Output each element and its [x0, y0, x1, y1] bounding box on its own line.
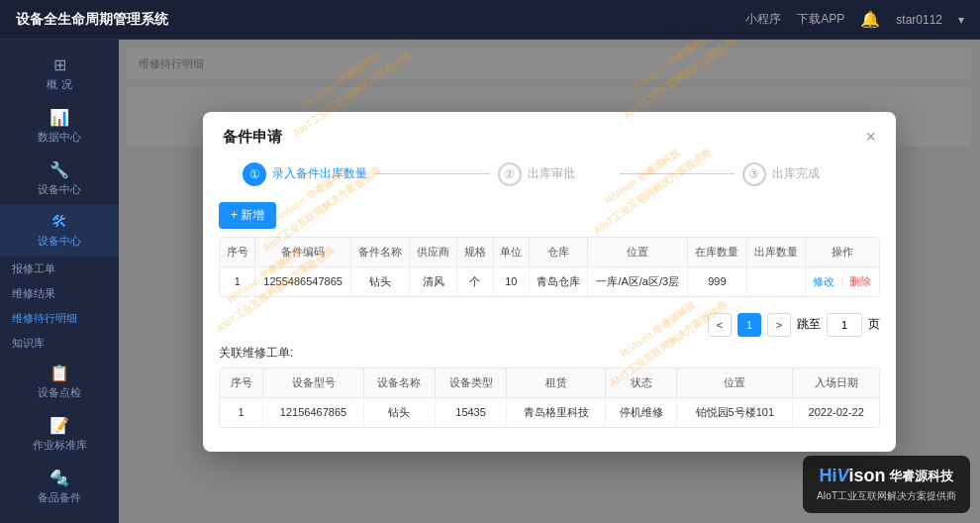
step-2-circle: ② [498, 162, 522, 186]
th2-entry-date: 入场日期 [793, 368, 879, 398]
sidebar-item-overview[interactable]: ⊞ 概 况 [0, 48, 119, 100]
table2-header-row: 序号 设备型号 设备名称 设备类型 租赁 状态 位置 入场日期 [220, 368, 879, 398]
td-actions: 修改 | 删除 [805, 266, 879, 296]
main-layout: ⊞ 概 况 📊 数据中心 🔧 设备中心 🛠 设备中心 报修工单 维修结果 维修待… [0, 40, 980, 523]
td2-index: 1 [220, 397, 263, 427]
th-unit: 单位 [493, 238, 529, 267]
sidebar: ⊞ 概 况 📊 数据中心 🔧 设备中心 🛠 设备中心 报修工单 维修结果 维修待… [0, 40, 119, 523]
table-row: 1 1255486547865 钻头 清风 个 10 青岛仓库 一库/A区/a区… [220, 266, 879, 296]
edit-action[interactable]: 修改 [813, 275, 834, 287]
sidebar-sub-maintenance-pending[interactable]: 维修待行明细 [0, 306, 119, 331]
prev-page-button[interactable]: < [708, 313, 732, 337]
sidebar-item-equipment-status[interactable]: 📋 设备点检 [0, 356, 119, 408]
step-3-label: 出库完成 [772, 165, 820, 182]
mini-program-link[interactable]: 小程序 [745, 11, 781, 28]
spare-parts-icon: 🔩 [49, 469, 69, 487]
modal-body: + 新增 序号 备件编码 备件名称 供应商 规格 [203, 202, 896, 452]
th-spec: 规格 [457, 238, 493, 267]
brand-watermark: HiVison 华睿源科技 AIoT工业互联网解决方案提供商 [803, 456, 970, 513]
th-action: 操作 [805, 238, 879, 267]
sidebar-item-equipment[interactable]: 🔧 设备中心 [0, 153, 119, 205]
page-jump-input[interactable] [827, 313, 862, 337]
modal-header: 备件申请 × [203, 112, 896, 147]
sidebar-sub-repair-work[interactable]: 报修工单 [0, 257, 119, 281]
step-3-circle: ③ [742, 162, 766, 186]
add-new-button[interactable]: + 新增 [219, 202, 276, 229]
sidebar-label-equipment: 设备中心 [38, 182, 81, 197]
step-line-1 [375, 173, 490, 174]
td-name: 钻头 [350, 266, 409, 296]
th2-name: 设备名称 [363, 368, 435, 398]
current-page-button[interactable]: 1 [737, 313, 761, 337]
brand-hi: Hi [819, 466, 836, 485]
brand-logo-text: HiVison [819, 466, 885, 486]
td2-name: 钻头 [363, 397, 435, 427]
page-unit-label: 页 [868, 316, 880, 333]
modal-dialog: 备件申请 × ① 录入备件出库数量 ② 出库审批 [203, 112, 896, 452]
status-icon: 📋 [49, 364, 69, 382]
next-page-button[interactable]: > [767, 313, 791, 337]
brand-tagline: AIoT工业互联网解决方案提供商 [817, 489, 956, 503]
th-index: 序号 [220, 238, 255, 267]
th-position: 位置 [588, 238, 688, 267]
modal-close-button[interactable]: × [865, 128, 876, 146]
sidebar-sub-repair-result[interactable]: 维修结果 [0, 281, 119, 306]
app-title: 设备全生命周期管理系统 [16, 11, 168, 29]
sidebar-item-repair[interactable]: 🛠 设备中心 [0, 205, 119, 257]
delete-action[interactable]: 删除 [849, 275, 871, 287]
sidebar-item-spare-parts[interactable]: 🔩 备品备件 [0, 461, 119, 513]
td-out-stock [746, 266, 805, 296]
user-dropdown-icon[interactable]: ▾ [958, 13, 964, 27]
sidebar-item-supplier[interactable]: 🏭 供应商管理 [0, 513, 119, 523]
step-3: ③ 出库完成 [742, 162, 857, 186]
repair-workorder-table-wrapper: 序号 设备型号 设备名称 设备类型 租赁 状态 位置 入场日期 [219, 367, 880, 428]
steps-indicator: ① 录入备件出库数量 ② 出库审批 ③ 出库完成 [203, 147, 896, 202]
notification-bell-icon[interactable]: 🔔 [860, 10, 880, 29]
user-account[interactable]: star0112 [896, 13, 942, 27]
sidebar-label-status: 设备点检 [38, 385, 81, 400]
step-1-circle: ① [243, 162, 266, 186]
th2-index: 序号 [220, 368, 263, 398]
td-index: 1 [220, 266, 255, 296]
th-in-stock: 在库数量 [688, 238, 746, 267]
th2-position: 位置 [677, 368, 793, 398]
sidebar-label-spare-parts: 备品备件 [38, 490, 81, 505]
td-spec: 个 [457, 266, 493, 296]
td-in-stock: 999 [688, 266, 746, 296]
standard-icon: 📝 [49, 416, 69, 435]
td2-type: 15435 [435, 397, 506, 427]
td2-model: 12156467865 [263, 397, 364, 427]
spare-parts-table: 序号 备件编码 备件名称 供应商 规格 单位 仓库 位置 在库数量 出库数量 [220, 238, 879, 296]
spare-parts-table-wrapper: 序号 备件编码 备件名称 供应商 规格 单位 仓库 位置 在库数量 出库数量 [219, 237, 880, 297]
td2-lease: 青岛格里科技 [507, 397, 606, 427]
table1-pagination: < 1 > 跳至 页 [219, 309, 880, 345]
action-divider: | [841, 275, 844, 287]
brand-ision: ison [848, 466, 885, 485]
section2-title: 关联维修工单: [219, 345, 880, 362]
td2-status: 停机维修 [606, 397, 677, 427]
sidebar-label-repair: 设备中心 [38, 234, 81, 249]
sidebar-label-data-center: 数据中心 [38, 130, 81, 145]
th2-type: 设备类型 [435, 368, 506, 398]
table1-header-row: 序号 备件编码 备件名称 供应商 规格 单位 仓库 位置 在库数量 出库数量 [220, 238, 879, 267]
th-supplier: 供应商 [410, 238, 457, 267]
download-app-link[interactable]: 下载APP [797, 11, 844, 28]
sidebar-item-data-center[interactable]: 📊 数据中心 [0, 100, 119, 153]
app-header: 设备全生命周期管理系统 小程序 下载APP 🔔 star0112 ▾ [0, 0, 980, 40]
sidebar-item-work-standard[interactable]: 📝 作业标准库 [0, 408, 119, 461]
sidebar-label-overview: 概 况 [47, 77, 71, 92]
th2-status: 状态 [606, 368, 677, 398]
sidebar-sub-knowledge[interactable]: 知识库 [0, 331, 119, 356]
modal-overlay: 备件申请 × ① 录入备件出库数量 ② 出库审批 [119, 40, 980, 523]
td-supplier: 清风 [410, 266, 457, 296]
header-right: 小程序 下载APP 🔔 star0112 ▾ [745, 10, 964, 29]
th-name: 备件名称 [350, 238, 409, 267]
equipment-icon: 🔧 [49, 160, 69, 179]
step-1: ① 录入备件出库数量 [243, 162, 367, 186]
step-line-2 [620, 173, 735, 174]
goto-label: 跳至 [797, 316, 821, 333]
sidebar-label-standard: 作业标准库 [33, 438, 87, 453]
modal-title: 备件申请 [223, 128, 282, 147]
brand-logo: HiVison 华睿源科技 [819, 466, 953, 486]
th2-model: 设备型号 [263, 368, 364, 398]
